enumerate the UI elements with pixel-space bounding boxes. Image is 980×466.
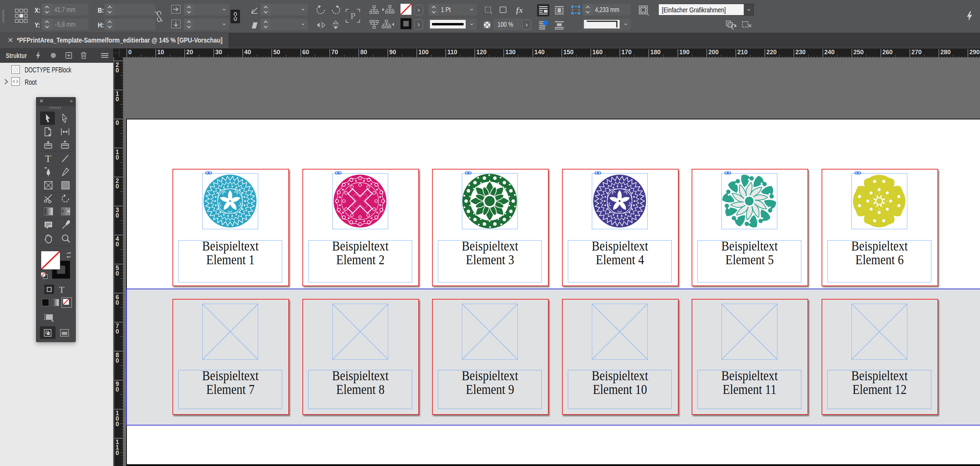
svg-text:160: 160 [592, 49, 603, 56]
svg-text:120: 120 [476, 49, 487, 56]
svg-text:0: 0 [116, 357, 119, 364]
svg-text:0: 0 [116, 386, 119, 393]
svg-text:0: 0 [116, 328, 119, 335]
svg-text:10: 10 [158, 49, 164, 56]
svg-text:70: 70 [331, 49, 338, 56]
svg-text:0: 0 [116, 183, 119, 190]
svg-text:260: 260 [882, 49, 892, 56]
svg-text:0: 0 [116, 67, 119, 74]
svg-text:90: 90 [389, 49, 396, 56]
svg-text:0: 0 [116, 120, 119, 126]
svg-text:180: 180 [651, 49, 661, 56]
svg-text:280: 280 [940, 49, 950, 56]
svg-text:60: 60 [302, 49, 309, 56]
svg-text:0: 0 [116, 212, 119, 219]
svg-text:0: 0 [116, 299, 119, 306]
svg-text:130: 130 [506, 49, 516, 56]
svg-text:240: 240 [824, 49, 835, 56]
svg-text:250: 250 [853, 49, 864, 56]
svg-text:110: 110 [447, 49, 457, 56]
svg-text:100: 100 [418, 49, 429, 56]
svg-text:50: 50 [273, 49, 280, 56]
svg-text:220: 220 [766, 49, 777, 56]
svg-text:0: 0 [128, 49, 132, 56]
svg-text:290: 290 [969, 49, 980, 56]
svg-text:0: 0 [116, 154, 119, 161]
svg-text:P: P [350, 11, 355, 21]
svg-text:190: 190 [679, 49, 690, 56]
svg-text:200: 200 [708, 49, 719, 56]
svg-text:0: 0 [116, 270, 119, 277]
svg-text:270: 270 [912, 49, 922, 56]
svg-text:170: 170 [621, 49, 632, 56]
svg-text:140: 140 [534, 49, 544, 56]
svg-text:0: 0 [116, 96, 119, 102]
svg-text:210: 210 [737, 49, 748, 56]
svg-text:0: 0 [116, 421, 119, 428]
svg-text:230: 230 [795, 49, 806, 56]
svg-text:40: 40 [244, 49, 251, 56]
svg-text:0: 0 [116, 450, 119, 456]
svg-text:30: 30 [215, 49, 222, 56]
svg-text:80: 80 [360, 49, 367, 56]
svg-text:20: 20 [186, 49, 193, 56]
svg-text:0: 0 [116, 241, 119, 248]
svg-text:T: T [45, 154, 51, 163]
svg-text:150: 150 [563, 49, 574, 56]
